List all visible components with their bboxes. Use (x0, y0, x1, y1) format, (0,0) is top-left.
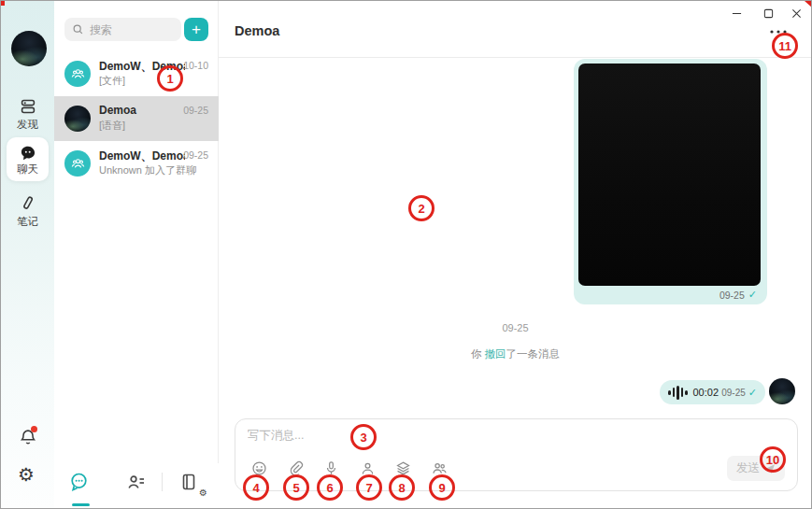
user-avatar[interactable] (11, 31, 47, 66)
image-message-bubble[interactable]: 09-25 ✓ (574, 59, 767, 304)
notifications-bell-icon[interactable] (18, 427, 38, 447)
paperclip-icon[interactable] (283, 458, 307, 482)
chat-list-item-selected[interactable]: Demoa [语音] 09-25 (54, 96, 219, 141)
send-button[interactable]: 发送 (727, 456, 785, 481)
nav-rail: 发现 聊天 笔记 (1, 1, 54, 508)
conversation-title: Demoa (235, 23, 279, 38)
recall-link[interactable]: 撤回 (485, 348, 506, 360)
contact-icon[interactable] (355, 458, 379, 482)
notification-dot (31, 426, 37, 432)
chat-item-subtitle: Unknown 加入了群聊 (99, 163, 215, 177)
chat-item-time: 09-25 (183, 105, 208, 116)
panel-tab-bar: ⚙ (54, 463, 219, 508)
discover-icon (7, 96, 49, 117)
group-icon[interactable] (427, 458, 451, 482)
settings-gear-icon[interactable]: ⚙ (18, 464, 38, 485)
app-window: 发现 聊天 笔记 (0, 0, 812, 509)
sidebar-item-discover[interactable]: 发现 (7, 92, 49, 136)
conversation-header: Demoa (219, 1, 812, 58)
send-arrow-icon (764, 463, 776, 474)
message-time: 09-25 (721, 388, 746, 398)
voice-duration: 00:02 (693, 387, 719, 398)
chat-item-title: DemoW、Demoa (99, 59, 185, 75)
conversation-area: Demoa 09-25 ✓ 09-25 你 撤回了一条消息 (219, 1, 812, 508)
group-avatar-icon (64, 150, 91, 177)
search-box[interactable] (64, 18, 181, 41)
chat-item-title: DemoW、Demoa... (99, 148, 185, 164)
chat-item-time: 10-10 (183, 60, 208, 71)
sent-check-icon: ✓ (748, 289, 757, 301)
send-label: 发送 (736, 460, 760, 476)
sidebar-item-label: 发现 (7, 118, 49, 136)
maximize-icon[interactable] (758, 4, 778, 22)
close-icon[interactable] (786, 4, 806, 22)
notes-pencil-icon (7, 193, 49, 214)
contact-avatar (64, 106, 91, 132)
sidebar-item-notes[interactable]: 笔记 (7, 190, 49, 233)
self-avatar[interactable] (769, 378, 795, 404)
message-composer: 发送 (235, 418, 798, 491)
chat-bubble-icon (7, 141, 49, 162)
search-icon (72, 23, 84, 35)
date-divider: 09-25 (219, 322, 812, 333)
voice-message-bubble[interactable]: 00:02 09-25 ✓ (660, 380, 765, 404)
tab-contacts[interactable] (125, 471, 150, 495)
minimize-icon[interactable] (726, 4, 747, 22)
message-image[interactable] (578, 64, 761, 286)
waveform-icon (668, 386, 688, 400)
chat-item-subtitle: [文件] (99, 74, 215, 88)
sidebar-item-label: 笔记 (7, 215, 49, 233)
chat-list-item[interactable]: DemoW、Demoa... Unknown 加入了群聊 09-25 (54, 141, 219, 186)
chat-item-time: 09-25 (183, 149, 208, 161)
more-options-icon[interactable] (766, 23, 791, 38)
message-input[interactable] (248, 429, 640, 442)
sent-check-icon: ✓ (748, 387, 757, 399)
active-tab-indicator (72, 503, 90, 506)
chat-list-panel: + DemoW、Demoa [文件] 10-10 Demoa [语音] 09-2… (54, 1, 219, 508)
tab-divider (162, 473, 163, 491)
emoji-icon[interactable] (247, 458, 271, 482)
message-time: 09-25 (719, 290, 745, 301)
sidebar-item-label: 聊天 (7, 163, 49, 181)
recall-notice: 你 撤回了一条消息 (219, 347, 812, 361)
mini-gear-icon: ⚙ (199, 488, 207, 498)
microphone-icon[interactable] (319, 458, 343, 482)
chat-item-subtitle: [语音] (99, 119, 215, 133)
group-avatar-icon (64, 61, 91, 87)
recall-suffix: 了一条消息 (506, 348, 561, 360)
chat-item-title: Demoa (99, 104, 185, 117)
chat-list-item[interactable]: DemoW、Demoa [文件] 10-10 (54, 51, 219, 96)
search-input[interactable] (90, 23, 170, 36)
sidebar-item-chat[interactable]: 聊天 (7, 137, 49, 181)
layers-icon[interactable] (391, 458, 415, 482)
tab-workspace[interactable]: ⚙ (179, 471, 204, 495)
recall-prefix: 你 (471, 348, 485, 360)
add-chat-button[interactable]: + (184, 18, 208, 41)
tab-chats[interactable] (68, 471, 93, 495)
